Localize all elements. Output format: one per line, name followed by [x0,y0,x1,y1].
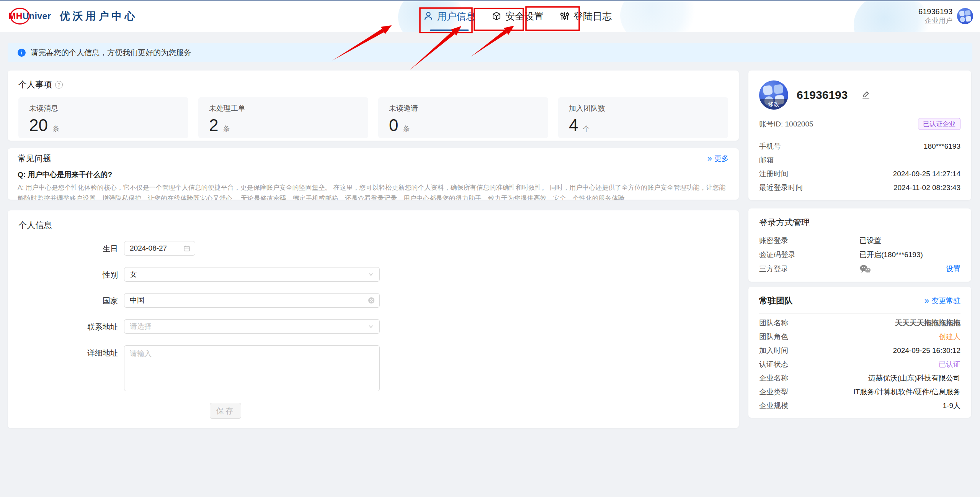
row-value: 已设置 [859,236,960,246]
row-value: 1-9人 [943,401,960,411]
stat-label: 未读邀请 [389,103,548,113]
personal-info-card: 个人信息 生日 性别 [8,210,739,428]
stat-unit: 个 [583,124,590,133]
profile-row-email: 邮箱 [759,153,960,167]
row-value: 2024-09-25 14:27:14 [893,170,960,178]
row-value: 2024-11-02 08:23:43 [893,184,960,192]
gender-input[interactable] [130,270,374,279]
avatar-blocks-icon [959,10,971,22]
header-user-info: 61936193 企业用户 [918,7,952,25]
birthday-field[interactable] [124,241,195,256]
account-id: 账号ID: 1002005 [759,119,813,129]
personal-matters-title: 个人事项 [18,79,52,90]
product-title: 优沃用户中心 [59,9,137,23]
contact-address-input[interactable] [130,322,374,331]
stat-value: 2 [209,116,218,135]
profile-row-last-login: 最近登录时间 2024-11-02 08:23:43 [759,181,960,195]
stat-unit: 条 [52,124,59,133]
stat-unread-invites: 未读邀请 0条 [378,97,548,138]
stat-value: 0 [389,116,398,135]
faq-more-link[interactable]: »更多 [707,154,729,164]
tab-security-settings[interactable]: 安全设置 [488,0,547,32]
faq-question: Q: 用户中心是用来干什么的? [18,170,729,180]
brand-logo[interactable]: MHUniver 优沃用户中心 [7,0,137,32]
row-value: 已认证 [939,359,960,369]
chevron-down-icon [367,323,375,330]
logo-mark: MHUniver [7,5,51,28]
change-team-label: 变更常驻 [931,296,960,306]
stat-unit: 条 [223,124,230,133]
faq-card: 常见问题 »更多 Q: 用户中心是用来干什么的? A: 用户中心是您个性化体验的… [8,148,739,200]
personal-info-form: 生日 性别 国家 [18,241,728,419]
profile-name: 61936193 [797,89,848,102]
chevron-down-icon [367,271,375,278]
row-label: 手机号 [759,141,781,151]
row-value: 迈赫优沃(山东)科技有限公司 [868,373,960,383]
divider [759,137,960,137]
stat-label: 未读消息 [29,103,188,113]
change-team-link[interactable]: »变更常驻 [924,296,960,306]
row-label: 企业类型 [759,387,788,397]
team-row-name: 团队名称 天天天天拖拖拖拖拖 [759,316,960,330]
row-value: 180***6193 [924,142,960,151]
row-label: 账密登录 [759,236,859,246]
stat-teams-joined: 加入团队数 4个 [558,97,728,138]
row-label: 验证码登录 [759,250,859,260]
country-input[interactable] [130,296,374,305]
detail-address-label: 详细地址 [18,345,118,358]
resident-team-card: 常驻团队 »变更常驻 团队名称 天天天天拖拖拖拖拖 团队角色 创建人 加入时间 … [748,287,971,418]
team-row-cert-status: 认证状态 已认证 [759,358,960,371]
tab-login-log[interactable]: 登陆日志 [557,0,615,32]
row-label: 三方登录 [759,264,859,274]
team-row-company-size: 企业规模 1-9人 [759,399,960,413]
team-title: 常驻团队 [759,295,793,307]
header-user-id: 61936193 [918,7,952,16]
stat-unit: 条 [403,124,410,133]
gender-select[interactable] [124,267,380,282]
stat-label: 未处理工单 [209,103,368,113]
row-value: 天天天天拖拖拖拖拖 [895,318,960,328]
country-field[interactable] [124,293,380,308]
gender-label: 性别 [18,267,118,280]
edit-pencil-icon[interactable] [861,90,871,100]
birthday-input[interactable] [130,244,189,253]
clear-circle-icon[interactable] [368,297,375,304]
team-row-company-name: 企业名称 迈赫优沃(山东)科技有限公司 [759,371,960,385]
wechat-icon[interactable] [859,264,946,274]
birthday-label: 生日 [18,241,118,254]
header-user-block[interactable]: 61936193 企业用户 [918,0,973,32]
tab-label: 登陆日志 [573,10,612,23]
profile-row-register-time: 注册时间 2024-09-25 14:27:14 [759,167,960,181]
help-circle-icon[interactable]: ? [55,81,63,89]
profile-row-phone: 手机号 180***6193 [759,139,960,153]
user-icon [423,11,433,21]
calendar-icon [183,245,190,252]
country-label: 国家 [18,293,118,306]
logo-mh: MH [8,11,23,21]
stat-value: 20 [29,116,48,135]
row-label: 企业规模 [759,401,788,411]
login-method-thirdparty: 三方登录 设置 [759,262,960,276]
avatar[interactable] [957,8,973,24]
double-chevron-icon: » [707,154,712,163]
login-method-password: 账密登录 已设置 [759,234,960,248]
team-row-company-type: 企业类型 IT服务/计算机软件/硬件/信息服务 [759,385,960,399]
tab-user-info[interactable]: 用户信息 [420,0,479,32]
thirdparty-setup-link[interactable]: 设置 [946,264,960,274]
login-method-code: 验证码登录 已开启(180***6193) [759,248,960,262]
app-header: MHUniver 优沃用户中心 用户信息 安全设置 登陆日志 61936193 [0,0,980,32]
row-label: 企业名称 [759,373,788,383]
save-button[interactable]: 保存 [210,403,241,419]
row-label: 加入时间 [759,346,788,356]
personal-info-title: 个人信息 [18,220,728,231]
contact-address-select[interactable] [124,319,380,334]
login-methods-card: 登录方式管理 账密登录 已设置 验证码登录 已开启(180***6193) 三方… [748,208,971,282]
info-icon: i [18,49,26,57]
logo-text: MHUniver [8,11,51,21]
profile-avatar[interactable]: 修改 [759,80,788,110]
faq-more-label: 更多 [714,154,729,164]
detail-address-textarea[interactable] [124,345,380,391]
avatar-modify-overlay[interactable]: 修改 [759,99,788,110]
verified-enterprise-badge: 已认证企业 [918,118,960,130]
contact-address-label: 联系地址 [18,319,118,332]
